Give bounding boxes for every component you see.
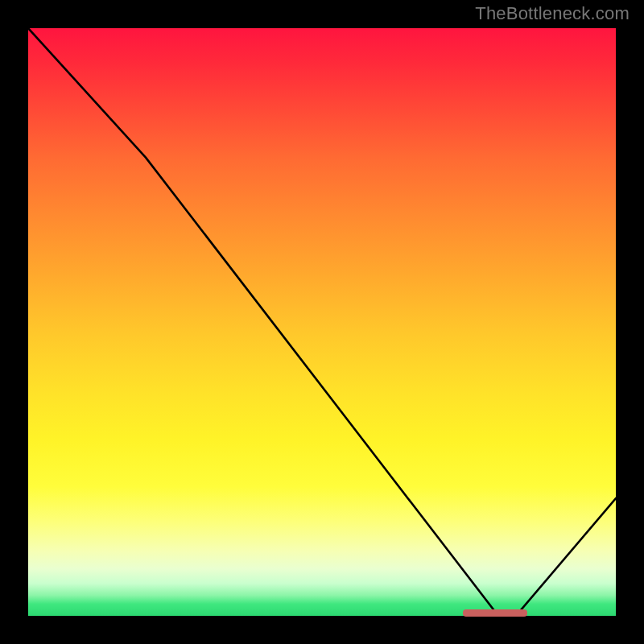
curve-svg — [28, 28, 616, 616]
optimal-range-marker — [463, 609, 527, 617]
plot-area — [28, 28, 616, 616]
bottleneck-curve-path — [28, 28, 616, 616]
chart-frame: TheBottleneck.com — [0, 0, 644, 644]
watermark-text: TheBottleneck.com — [475, 3, 630, 24]
